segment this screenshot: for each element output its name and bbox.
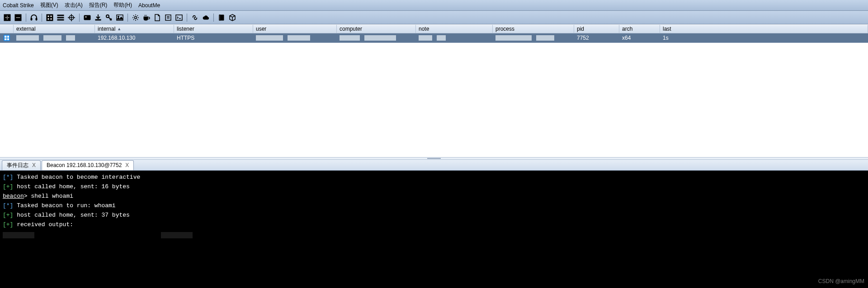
table-empty-area <box>0 43 868 157</box>
target-icon[interactable] <box>67 13 76 22</box>
note-icon[interactable] <box>164 13 173 22</box>
svg-rect-10 <box>47 18 49 20</box>
cell-note <box>416 34 493 42</box>
terminal-icon[interactable] <box>175 13 184 22</box>
menu-report[interactable]: 报告(R) <box>89 1 108 9</box>
svg-rect-13 <box>57 17 64 18</box>
key-icon[interactable] <box>104 13 113 22</box>
menu-view[interactable]: 视图(V) <box>40 1 58 9</box>
svg-rect-8 <box>47 15 49 17</box>
svg-point-24 <box>135 16 137 19</box>
console-line: [+] host called home, sent: 16 bytes <box>3 182 865 191</box>
col-listener[interactable]: listener <box>174 25 253 33</box>
download-icon[interactable] <box>94 13 103 22</box>
tab-eventlog[interactable]: 事件日志 X <box>2 160 41 170</box>
console-prompt-line: beacon> shell whoami <box>3 191 865 201</box>
book-icon[interactable] <box>217 13 226 22</box>
menu-attack[interactable]: 攻击(A) <box>65 1 83 9</box>
cell-process <box>493 34 574 42</box>
windows-icon <box>4 35 10 41</box>
tab-beacon-label: Beacon 192.168.10.130@7752 <box>47 162 122 168</box>
col-user[interactable]: user <box>253 25 337 33</box>
cell-external <box>14 34 95 42</box>
svg-rect-19 <box>85 16 87 18</box>
col-process[interactable]: process <box>493 25 574 33</box>
svg-rect-2 <box>5 17 9 18</box>
toolbar-separator <box>26 14 26 22</box>
col-pid[interactable]: pid <box>574 25 619 33</box>
col-external[interactable]: external <box>14 25 95 33</box>
card-icon[interactable] <box>83 13 92 22</box>
cell-internal: 192.168.10.130 <box>95 34 174 42</box>
table-row[interactable]: 192.168.10.130 HTTPS 7752 x64 1s <box>0 33 868 42</box>
headphones-icon[interactable] <box>29 13 38 22</box>
toolbar-separator <box>79 14 80 22</box>
tab-eventlog-label: 事件日志 <box>7 162 28 169</box>
coffee-icon[interactable] <box>142 13 151 22</box>
svg-rect-28 <box>176 15 182 20</box>
plus-icon[interactable] <box>3 13 12 22</box>
tab-beacon[interactable]: Beacon 192.168.10.130@7752 X <box>42 160 134 170</box>
col-internal[interactable]: internal▲ <box>95 25 174 33</box>
svg-rect-4 <box>16 17 20 18</box>
console-line: [*] Tasked beacon to become interactive <box>3 172 865 182</box>
menu-help[interactable]: 帮助(H) <box>113 1 132 9</box>
document-icon[interactable] <box>153 13 162 22</box>
svg-rect-25 <box>165 15 171 20</box>
image-icon[interactable] <box>115 13 124 22</box>
cell-listener: HTTPS <box>174 34 253 42</box>
svg-rect-12 <box>57 15 64 16</box>
cell-last: 1s <box>660 34 868 42</box>
console-redacted <box>3 232 865 238</box>
console-line: [+] received output: <box>3 220 865 229</box>
cell-pid: 7752 <box>574 34 619 42</box>
svg-rect-6 <box>36 18 37 20</box>
minus-icon[interactable] <box>14 13 23 22</box>
cloud-icon[interactable] <box>201 13 210 22</box>
toolbar <box>0 11 868 24</box>
menu-app[interactable]: Cobalt Strike <box>3 2 34 9</box>
svg-rect-9 <box>50 15 52 17</box>
col-icon[interactable] <box>0 25 14 33</box>
cell-arch: x64 <box>619 34 660 42</box>
toolbar-separator <box>42 14 42 22</box>
cube-icon[interactable] <box>228 13 237 22</box>
col-computer[interactable]: computer <box>337 25 416 33</box>
toolbar-separator <box>187 14 187 22</box>
toolbar-separator <box>213 14 214 22</box>
svg-rect-29 <box>219 15 220 20</box>
col-last[interactable]: last <box>660 25 868 33</box>
svg-rect-11 <box>50 18 52 20</box>
bottom-tabs: 事件日志 X Beacon 192.168.10.130@7752 X <box>0 160 868 171</box>
link-icon[interactable] <box>190 13 199 22</box>
svg-rect-20 <box>95 19 101 20</box>
console-line: [+] host called home, sent: 37 bytes <box>3 210 865 220</box>
menu-bar: Cobalt Strike 视图(V) 攻击(A) 报告(R) 帮助(H) Ab… <box>0 0 868 11</box>
list-icon[interactable] <box>56 13 65 22</box>
gear-icon[interactable] <box>131 13 140 22</box>
close-icon[interactable]: X <box>125 162 129 168</box>
cell-computer <box>337 34 416 42</box>
squares-icon[interactable] <box>45 13 54 22</box>
table-header: external internal▲ listener user compute… <box>0 24 868 33</box>
close-icon[interactable]: X <box>32 162 36 168</box>
col-arch[interactable]: arch <box>619 25 660 33</box>
svg-rect-5 <box>31 18 32 20</box>
beacon-console[interactable]: [*] Tasked beacon to become interactive … <box>0 171 868 288</box>
menu-about[interactable]: AboutMe <box>138 2 160 9</box>
cell-user <box>253 34 337 42</box>
col-note[interactable]: note <box>416 25 493 33</box>
svg-point-23 <box>118 16 119 17</box>
watermark: CSDN @amingMM <box>818 277 864 286</box>
sort-asc-icon: ▲ <box>117 27 121 31</box>
session-table: external internal▲ listener user compute… <box>0 24 868 43</box>
toolbar-separator <box>127 14 128 22</box>
console-line: [*] Tasked beacon to run: whoami <box>3 201 865 210</box>
svg-rect-14 <box>57 19 64 20</box>
